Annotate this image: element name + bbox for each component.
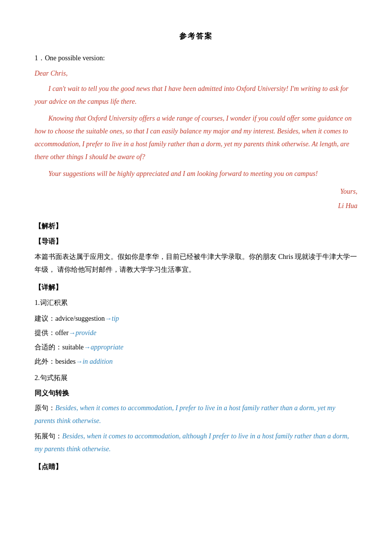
letter-paragraph-2: Knowing that Oxford University offers a … (35, 112, 357, 164)
vocab-item-2: 合适的：suitable→appropriate (35, 341, 357, 353)
vocab-chinese-3: 此外： (35, 358, 55, 365)
page-container: 参考答案 1．One possible version: Dear Chris,… (35, 30, 357, 473)
section-label: 1．One possible version: (35, 52, 357, 64)
original-label: 原句： (35, 404, 55, 412)
analysis-intro-title: 【导语】 (35, 235, 357, 248)
vocab-list: 建议：advice/suggestion→tip 提供：offer→provid… (35, 312, 357, 368)
vocab-original-0: advice/suggestion (55, 315, 105, 322)
letter-salutation: Dear Chris, (35, 67, 357, 80)
page-title: 参考答案 (35, 30, 357, 43)
analysis-intro-text: 本篇书面表达属于应用文。假如你是李华，目前已经被牛津大学录取。你的朋友 Chri… (35, 251, 357, 276)
vocab-arrow-2: →appropriate (84, 343, 123, 351)
vocab-item-3: 此外：besides→in addition (35, 355, 357, 368)
vocab-original-3: besides (55, 358, 76, 365)
letter-paragraph-1: I can't wait to tell you the good news t… (35, 83, 357, 108)
vocab-chinese-0: 建议： (35, 315, 55, 322)
letter-closing: Yours, (35, 185, 357, 198)
expanded-label: 拓展句： (35, 432, 62, 440)
vocab-arrow-3: →in addition (76, 358, 113, 365)
vocab-arrow-0: →tip (105, 315, 119, 322)
analysis-main-title: 【解析】 (35, 220, 357, 232)
vocab-item-0: 建议：advice/suggestion→tip (35, 312, 357, 325)
vocab-section-title: 1.词汇积累 (35, 297, 357, 309)
expanded-text: Besides, when it comes to accommodation,… (35, 432, 349, 453)
vocab-arrow-1: →provide (69, 329, 96, 337)
analysis-section: 【解析】 【导语】 本篇书面表达属于应用文。假如你是李华，目前已经被牛津大学录取… (35, 220, 357, 473)
vocab-original-1: offer (55, 329, 69, 337)
letter-name: Li Hua (35, 200, 357, 212)
vocab-chinese-1: 提供： (35, 329, 55, 337)
original-text: Besides, when it comes to accommodation,… (35, 404, 335, 425)
original-sentence: 原句：Besides, when it comes to accommodati… (35, 402, 357, 427)
vocab-chinese-2: 合适的： (35, 343, 62, 351)
sentence-section-title: 2.句式拓展 (35, 372, 357, 384)
point-title: 【点睛】 (35, 461, 357, 473)
letter-body: I can't wait to tell you the good news t… (35, 83, 357, 180)
synonym-title: 同义句转换 (35, 387, 357, 399)
vocab-original-2: suitable (62, 343, 84, 351)
expanded-sentence: 拓展句：Besides, when it comes to accommodat… (35, 430, 357, 456)
analysis-detail-title: 【详解】 (35, 281, 357, 294)
vocab-item-1: 提供：offer→provide (35, 327, 357, 339)
letter-paragraph-3: Your suggestions will be highly apprecia… (35, 168, 357, 180)
